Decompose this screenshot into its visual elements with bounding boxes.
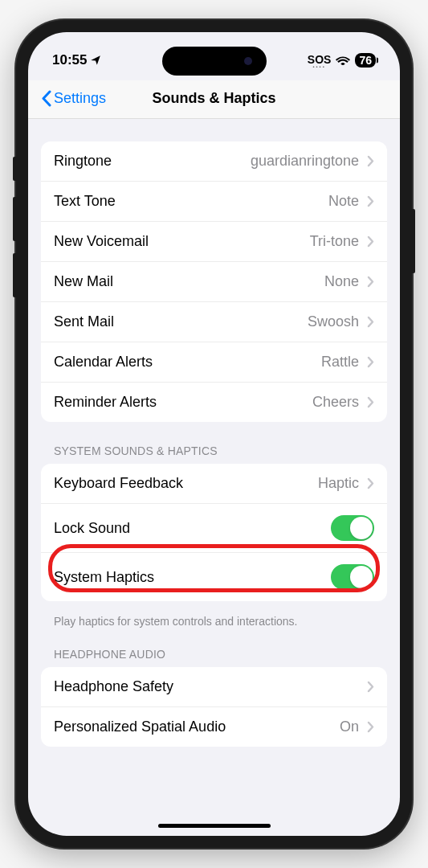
row-keyboard-feedback[interactable]: Keyboard Feedback Haptic (41, 464, 387, 504)
back-button[interactable]: Settings (41, 90, 106, 107)
section-header-headphone: HEADPHONE AUDIO (41, 648, 387, 667)
headphone-group: Headphone Safety Personalized Spatial Au… (41, 667, 387, 747)
row-ringtone[interactable]: Ringtone guardianringtone (41, 141, 387, 182)
dynamic-island (162, 47, 267, 76)
row-new-voicemail[interactable]: New Voicemail Tri-tone (41, 222, 387, 262)
row-new-mail[interactable]: New Mail None (41, 262, 387, 302)
row-value: None (324, 273, 359, 290)
row-value: Note (328, 193, 359, 210)
row-value: guardianringtone (251, 153, 359, 170)
row-label: Headphone Safety (54, 678, 359, 695)
toggle-system-haptics[interactable] (331, 564, 374, 590)
row-value: Rattle (321, 354, 359, 371)
row-value: Cheers (312, 394, 359, 411)
chevron-right-icon (367, 681, 374, 693)
row-label: System Haptics (54, 569, 331, 586)
chevron-right-icon (367, 235, 374, 248)
screen: 10:55 SOS •••• 76 Settings Sounds & Hapt… (28, 32, 400, 836)
row-value: On (340, 719, 359, 735)
row-spatial-audio[interactable]: Personalized Spatial Audio On (41, 707, 387, 747)
chevron-right-icon (367, 316, 374, 328)
chevron-right-icon (367, 155, 374, 167)
chevron-right-icon (367, 356, 374, 368)
row-system-haptics: System Haptics (41, 553, 387, 601)
row-value: Haptic (318, 475, 359, 492)
row-label: New Mail (54, 273, 324, 290)
row-lock-sound: Lock Sound (41, 504, 387, 553)
chevron-left-icon (41, 90, 51, 107)
row-label: Calendar Alerts (54, 354, 321, 371)
chevron-right-icon (367, 477, 374, 489)
toggle-lock-sound[interactable] (331, 515, 374, 541)
row-label: Text Tone (54, 193, 328, 210)
row-label: Personalized Spatial Audio (54, 719, 340, 735)
section-header-system: SYSTEM SOUNDS & HAPTICS (41, 444, 387, 464)
row-reminder-alerts[interactable]: Reminder Alerts Cheers (41, 383, 387, 422)
row-label: Ringtone (54, 153, 251, 170)
phone-frame: 10:55 SOS •••• 76 Settings Sounds & Hapt… (16, 20, 412, 848)
chevron-right-icon (367, 276, 374, 288)
row-sent-mail[interactable]: Sent Mail Swoosh (41, 302, 387, 342)
status-time: 10:55 (52, 52, 87, 68)
row-label: Keyboard Feedback (54, 475, 318, 492)
content-scroll[interactable]: Ringtone guardianringtone Text Tone Note… (28, 119, 400, 833)
row-value: Swoosh (308, 313, 359, 330)
chevron-right-icon (367, 195, 374, 207)
nav-header: Settings Sounds & Haptics (28, 80, 400, 119)
row-label: New Voicemail (54, 233, 310, 250)
system-sounds-group: Keyboard Feedback Haptic Lock Sound Syst… (41, 464, 387, 601)
location-icon (90, 55, 101, 66)
chevron-right-icon (367, 396, 374, 408)
sounds-group: Ringtone guardianringtone Text Tone Note… (41, 141, 387, 422)
row-text-tone[interactable]: Text Tone Note (41, 182, 387, 222)
row-value: Tri-tone (310, 233, 359, 250)
page-title: Sounds & Haptics (152, 90, 275, 107)
row-calendar-alerts[interactable]: Calendar Alerts Rattle (41, 342, 387, 383)
row-label: Lock Sound (54, 520, 331, 537)
wifi-icon (336, 55, 350, 66)
row-label: Sent Mail (54, 313, 308, 330)
row-label: Reminder Alerts (54, 394, 312, 411)
back-label: Settings (54, 90, 106, 107)
chevron-right-icon (367, 721, 374, 733)
section-footer-system: Play haptics for system controls and int… (41, 608, 387, 628)
home-indicator[interactable] (158, 824, 271, 828)
row-headphone-safety[interactable]: Headphone Safety (41, 667, 387, 707)
battery-indicator: 76 (355, 53, 376, 68)
